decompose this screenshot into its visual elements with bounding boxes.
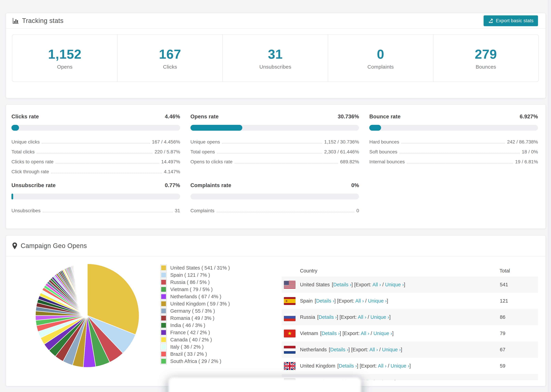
summary-stat-opens: 1,152 Opens bbox=[12, 35, 118, 82]
legend-item-germany: Germany ( 55 / 3% ) bbox=[160, 307, 272, 315]
complaints-rate-block: Complaints rate 0% Complaints 0 bbox=[191, 182, 359, 213]
stat-row-label: Hard bounces bbox=[369, 139, 399, 145]
rates-grid: Clicks rate 4.46% Unique clicks 167 / 4.… bbox=[11, 113, 538, 213]
dotted-leader bbox=[56, 163, 159, 163]
stat-row-value: 18 / 0% bbox=[522, 149, 538, 155]
legend-item-russia: Russia ( 86 / 5% ) bbox=[160, 279, 272, 286]
stat-row-opens-to-clicks-rate: Opens to clicks rate 689.82% bbox=[191, 155, 359, 165]
stat-row-label: Clicks to opens rate bbox=[11, 159, 54, 165]
export-unique-link[interactable]: Unique › bbox=[370, 314, 389, 320]
vietnam-flag-icon bbox=[284, 329, 296, 337]
geo-header: Campaign Geo Opens bbox=[6, 236, 545, 256]
total-column-header: Total bbox=[500, 268, 538, 274]
rate-progress-bar bbox=[11, 125, 180, 131]
summary-stat-bounces: 279 Bounces bbox=[433, 35, 538, 82]
dotted-leader bbox=[235, 163, 338, 163]
stat-row-label: Unsubscribes bbox=[11, 208, 41, 213]
stat-row-unique-clicks: Unique clicks 167 / 4.456% bbox=[11, 135, 180, 145]
rate-progress-fill bbox=[11, 194, 13, 199]
stat-row-click-through-rate: Click through rate 4.147% bbox=[11, 165, 180, 175]
details-link[interactable]: Details › bbox=[316, 298, 334, 304]
spain-flag-icon bbox=[284, 297, 296, 305]
summary-stat-label: Bounces bbox=[476, 64, 496, 70]
geo-title: Campaign Geo Opens bbox=[21, 242, 87, 250]
legend-swatch bbox=[160, 343, 167, 350]
stat-row-total-opens: Total opens 2,303 / 61.446% bbox=[191, 145, 359, 155]
legend-swatch bbox=[160, 336, 167, 343]
table-row-spain: Spain [Details ›] [Export: All › / Uniqu… bbox=[282, 293, 538, 309]
rate-value: 0.77% bbox=[165, 182, 180, 189]
country-name: Russia bbox=[300, 314, 315, 320]
details-link[interactable]: Details › bbox=[322, 331, 340, 336]
details-link[interactable]: Details › bbox=[333, 282, 351, 287]
rate-value: 0% bbox=[351, 182, 359, 189]
unsubscribe-rate-block: Unsubscribe rate 0.77% Unsubscribes 31 bbox=[11, 182, 180, 213]
stat-row-soft-bounces: Soft bounces 18 / 0% bbox=[369, 145, 538, 155]
details-link[interactable]: Details › bbox=[339, 363, 357, 369]
tracking-stats-header: Tracking stats Export basic stats bbox=[6, 13, 545, 29]
stat-row-value: 14.497% bbox=[161, 159, 180, 165]
export-all-link[interactable]: All › bbox=[369, 347, 378, 352]
export-unique-link[interactable]: Unique › bbox=[382, 347, 401, 352]
stat-row-value: 19 / 6.81% bbox=[515, 159, 538, 165]
geo-opens-pie-chart[interactable] bbox=[34, 263, 140, 369]
stat-row-label: Total clicks bbox=[11, 149, 35, 155]
legend-label: Spain ( 121 / 7% ) bbox=[170, 272, 210, 278]
summary-stat-value: 31 bbox=[268, 47, 283, 62]
legend-item-united-states: United States ( 541 / 31% ) bbox=[160, 264, 272, 271]
legend-swatch bbox=[160, 293, 167, 300]
export-all-link[interactable]: All › bbox=[358, 314, 366, 320]
stat-row-value: 2,303 / 61.446% bbox=[324, 149, 359, 155]
export-all-link[interactable]: All › bbox=[378, 363, 386, 369]
tracking-stats-title: Tracking stats bbox=[22, 17, 64, 24]
legend-item-france: France ( 42 / 2% ) bbox=[160, 329, 272, 336]
bounce-rate-block: Bounce rate 6.927% Hard bounces 242 / 86… bbox=[369, 113, 538, 175]
rate-progress-bar bbox=[191, 125, 359, 131]
details-link[interactable]: Details › bbox=[330, 347, 348, 352]
country-column-header: Country bbox=[300, 268, 500, 274]
stat-row-unique-opens: Unique opens 1,152 / 30.736% bbox=[191, 135, 359, 145]
legend-label: France ( 42 / 2% ) bbox=[170, 330, 210, 335]
summary-stat-value: 279 bbox=[475, 47, 497, 62]
country-name: United States bbox=[300, 282, 330, 287]
scrollbar[interactable] bbox=[548, 0, 551, 392]
summary-stat-unsubscribes: 31 Unsubscribes bbox=[223, 35, 328, 82]
dotted-leader bbox=[51, 173, 162, 173]
export-unique-link[interactable]: Unique › bbox=[368, 298, 387, 304]
rate-title: Unsubscribe rate bbox=[11, 182, 56, 189]
export-all-link[interactable]: All › bbox=[361, 331, 369, 336]
pie-legend: United States ( 541 / 31% ) Spain ( 121 … bbox=[160, 264, 272, 365]
legend-swatch bbox=[160, 358, 167, 364]
legend-swatch bbox=[160, 308, 167, 314]
export-unique-link[interactable]: Unique › bbox=[385, 282, 404, 287]
country-total: 121 bbox=[500, 298, 538, 304]
export-all-link[interactable]: All › bbox=[355, 298, 364, 304]
export-unique-link[interactable]: Unique › bbox=[373, 331, 392, 336]
legend-item-south-africa: South Africa ( 29 / 2% ) bbox=[160, 358, 272, 365]
summary-stat-label: Complaints bbox=[367, 64, 394, 70]
netherlands-flag-icon bbox=[284, 346, 296, 354]
united-kingdom-flag-icon bbox=[284, 362, 296, 370]
rate-progress-fill bbox=[11, 125, 19, 131]
country-name: Vietnam bbox=[300, 331, 318, 336]
dashboard-page: Tracking stats Export basic stats 1,152 … bbox=[0, 0, 551, 392]
details-link[interactable]: Details › bbox=[319, 314, 337, 320]
rate-progress-fill bbox=[191, 125, 242, 131]
stat-row-label: Unique opens bbox=[191, 139, 220, 145]
export-unique-link[interactable]: Unique › bbox=[376, 379, 395, 380]
export-all-link[interactable]: All › bbox=[363, 379, 372, 380]
dotted-leader bbox=[42, 212, 173, 212]
country-name: Spain bbox=[300, 298, 313, 304]
legend-swatch bbox=[160, 315, 167, 321]
stat-row-internal-bounces: Internal bounces 19 / 6.81% bbox=[369, 155, 538, 165]
united-states-flag-icon bbox=[284, 281, 296, 289]
dotted-leader bbox=[222, 143, 322, 143]
bar-chart-icon bbox=[12, 17, 19, 24]
dotted-leader bbox=[399, 153, 520, 154]
stat-row-label: Total opens bbox=[191, 149, 215, 155]
rate-progress-fill bbox=[369, 125, 381, 131]
summary-stat-clicks: 167 Clicks bbox=[118, 35, 223, 82]
export-basic-stats-button[interactable]: Export basic stats bbox=[484, 15, 538, 26]
export-unique-link[interactable]: Unique › bbox=[391, 363, 410, 369]
export-all-link[interactable]: All › bbox=[372, 282, 381, 287]
